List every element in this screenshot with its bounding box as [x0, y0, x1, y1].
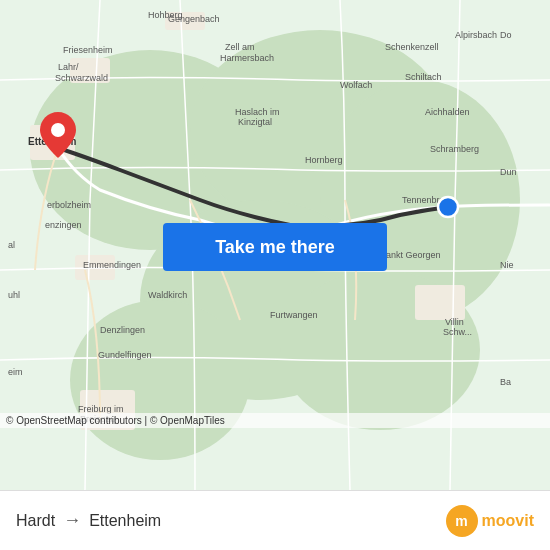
svg-point-51 — [51, 123, 65, 137]
svg-text:Friesenheim: Friesenheim — [63, 45, 113, 55]
svg-text:Alpirsbach: Alpirsbach — [455, 30, 497, 40]
svg-text:Furtwangen: Furtwangen — [270, 310, 318, 320]
svg-text:enzingen: enzingen — [45, 220, 82, 230]
svg-text:Waldkirch: Waldkirch — [148, 290, 187, 300]
svg-text:Gundelfingen: Gundelfingen — [98, 350, 152, 360]
svg-text:erbolzheim: erbolzheim — [47, 200, 91, 210]
svg-text:Do: Do — [500, 30, 512, 40]
svg-text:Aichhalden: Aichhalden — [425, 107, 470, 117]
moovit-text: moovit — [482, 512, 534, 530]
moovit-icon: m — [446, 505, 478, 537]
svg-text:Denzlingen: Denzlingen — [100, 325, 145, 335]
svg-point-5 — [70, 300, 250, 460]
svg-text:Schenkenzell: Schenkenzell — [385, 42, 439, 52]
svg-text:Sankt Georgen: Sankt Georgen — [380, 250, 441, 260]
svg-text:Ba: Ba — [500, 377, 511, 387]
svg-text:Schiltach: Schiltach — [405, 72, 442, 82]
svg-text:Lahr/: Lahr/ — [58, 62, 79, 72]
origin-label: Hardt — [16, 512, 55, 530]
take-me-there-button[interactable]: Take me there — [163, 223, 387, 271]
svg-text:Schwarzwald: Schwarzwald — [55, 73, 108, 83]
svg-text:Zell am: Zell am — [225, 42, 255, 52]
destination-label: Ettenheim — [89, 512, 161, 530]
svg-text:Gengenbach: Gengenbach — [168, 14, 220, 24]
svg-text:eim: eim — [8, 367, 23, 377]
svg-text:Wolfach: Wolfach — [340, 80, 372, 90]
svg-text:uhl: uhl — [8, 290, 20, 300]
map-container: Ettenheim Friesenheim Lahr/ Schwarzwald … — [0, 0, 550, 490]
svg-text:Kinzigtal: Kinzigtal — [238, 117, 272, 127]
svg-text:Villin: Villin — [445, 317, 464, 327]
destination-marker — [438, 197, 458, 217]
svg-text:Emmendingen: Emmendingen — [83, 260, 141, 270]
moovit-logo: m moovit — [446, 505, 534, 537]
svg-text:Haslach im: Haslach im — [235, 107, 280, 117]
map-attribution: © OpenStreetMap contributors | © OpenMap… — [0, 413, 550, 428]
svg-text:Nie: Nie — [500, 260, 514, 270]
svg-text:al: al — [8, 240, 15, 250]
svg-text:Hornberg: Hornberg — [305, 155, 343, 165]
svg-rect-12 — [415, 285, 465, 320]
svg-text:Schw...: Schw... — [443, 327, 472, 337]
svg-text:Schramberg: Schramberg — [430, 144, 479, 154]
svg-text:Harmersbach: Harmersbach — [220, 53, 274, 63]
svg-text:Dun: Dun — [500, 167, 517, 177]
footer: Hardt → Ettenheim m moovit — [0, 490, 550, 550]
route-info: Hardt → Ettenheim — [16, 510, 161, 531]
svg-point-52 — [438, 197, 458, 217]
arrow-icon: → — [63, 510, 81, 531]
